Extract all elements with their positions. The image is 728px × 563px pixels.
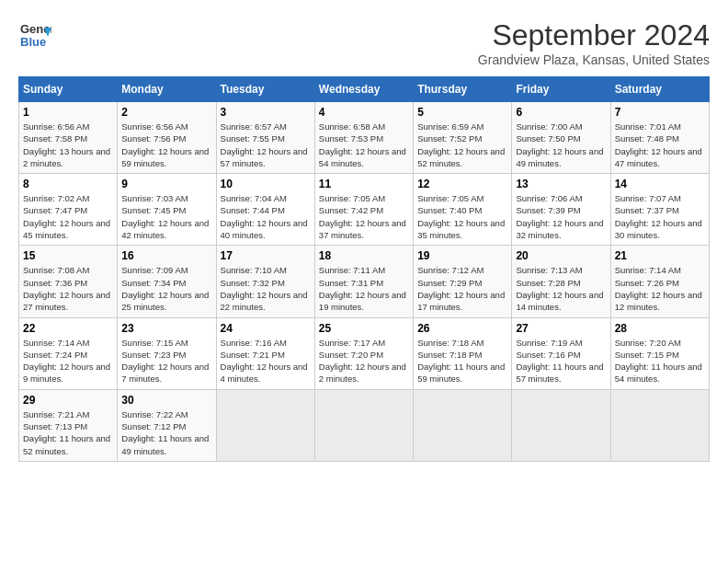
day-header-saturday: Saturday bbox=[610, 77, 709, 102]
day-number: 6 bbox=[516, 106, 606, 119]
calendar-day-cell: 20Sunrise: 7:13 AMSunset: 7:28 PMDayligh… bbox=[512, 246, 610, 317]
calendar-day-cell: 10Sunrise: 7:04 AMSunset: 7:44 PMDayligh… bbox=[216, 174, 314, 246]
calendar-day-cell: 23Sunrise: 7:15 AMSunset: 7:23 PMDayligh… bbox=[118, 317, 216, 389]
location-title: Grandview Plaza, Kansas, United States bbox=[478, 52, 710, 67]
calendar-day-cell: 13Sunrise: 7:06 AMSunset: 7:39 PMDayligh… bbox=[512, 174, 610, 246]
day-info: Sunrise: 7:12 AMSunset: 7:29 PMDaylight:… bbox=[417, 264, 507, 313]
calendar-day-cell: 15Sunrise: 7:08 AMSunset: 7:36 PMDayligh… bbox=[19, 246, 118, 317]
day-info: Sunrise: 7:18 AMSunset: 7:18 PMDaylight:… bbox=[417, 337, 507, 385]
day-info: Sunrise: 7:16 AMSunset: 7:21 PMDaylight:… bbox=[221, 337, 311, 385]
day-info: Sunrise: 7:05 AMSunset: 7:42 PMDaylight:… bbox=[319, 192, 409, 241]
day-number: 3 bbox=[221, 106, 311, 119]
day-info: Sunrise: 7:17 AMSunset: 7:20 PMDaylight:… bbox=[319, 337, 409, 385]
logo-icon: General Blue bbox=[18, 18, 51, 52]
day-info: Sunrise: 6:58 AMSunset: 7:53 PMDaylight:… bbox=[319, 121, 409, 169]
day-number: 15 bbox=[23, 249, 113, 262]
calendar-day-cell: 12Sunrise: 7:05 AMSunset: 7:40 PMDayligh… bbox=[414, 174, 512, 246]
calendar-day-cell: 21Sunrise: 7:14 AMSunset: 7:26 PMDayligh… bbox=[610, 246, 709, 317]
calendar-day-cell bbox=[512, 389, 610, 461]
day-number: 9 bbox=[121, 178, 211, 190]
day-number: 29 bbox=[23, 394, 113, 407]
day-number: 8 bbox=[23, 178, 113, 190]
day-number: 4 bbox=[319, 106, 409, 119]
day-info: Sunrise: 6:56 AMSunset: 7:56 PMDaylight:… bbox=[121, 121, 211, 169]
day-info: Sunrise: 7:21 AMSunset: 7:13 PMDaylight:… bbox=[23, 408, 113, 457]
day-info: Sunrise: 7:04 AMSunset: 7:44 PMDaylight:… bbox=[221, 192, 311, 241]
calendar-day-cell: 5Sunrise: 6:59 AMSunset: 7:52 PMDaylight… bbox=[414, 102, 512, 174]
calendar-day-cell: 25Sunrise: 7:17 AMSunset: 7:20 PMDayligh… bbox=[314, 317, 413, 389]
calendar-day-cell bbox=[414, 389, 512, 461]
calendar-day-cell: 8Sunrise: 7:02 AMSunset: 7:47 PMDaylight… bbox=[19, 174, 118, 246]
day-info: Sunrise: 7:14 AMSunset: 7:26 PMDaylight:… bbox=[615, 264, 705, 313]
svg-text:Blue: Blue bbox=[20, 35, 46, 49]
calendar-day-cell: 18Sunrise: 7:11 AMSunset: 7:31 PMDayligh… bbox=[314, 246, 413, 317]
day-info: Sunrise: 7:09 AMSunset: 7:34 PMDaylight:… bbox=[121, 264, 211, 313]
day-number: 17 bbox=[221, 249, 311, 262]
day-info: Sunrise: 7:00 AMSunset: 7:50 PMDaylight:… bbox=[516, 121, 606, 169]
day-info: Sunrise: 7:19 AMSunset: 7:16 PMDaylight:… bbox=[516, 337, 606, 385]
day-info: Sunrise: 7:01 AMSunset: 7:48 PMDaylight:… bbox=[615, 121, 705, 169]
day-number: 1 bbox=[23, 106, 113, 119]
calendar-day-cell: 11Sunrise: 7:05 AMSunset: 7:42 PMDayligh… bbox=[314, 174, 413, 246]
calendar-day-cell: 17Sunrise: 7:10 AMSunset: 7:32 PMDayligh… bbox=[216, 246, 314, 317]
day-info: Sunrise: 7:07 AMSunset: 7:37 PMDaylight:… bbox=[615, 192, 705, 241]
day-number: 19 bbox=[417, 249, 507, 262]
calendar-day-cell: 29Sunrise: 7:21 AMSunset: 7:13 PMDayligh… bbox=[19, 389, 118, 461]
day-number: 21 bbox=[615, 249, 705, 262]
calendar-header-row: SundayMondayTuesdayWednesdayThursdayFrid… bbox=[19, 77, 710, 102]
calendar-day-cell: 16Sunrise: 7:09 AMSunset: 7:34 PMDayligh… bbox=[118, 246, 216, 317]
day-number: 5 bbox=[417, 106, 507, 119]
header: General Blue September 2024 Grandview Pl… bbox=[18, 18, 710, 67]
calendar-day-cell: 7Sunrise: 7:01 AMSunset: 7:48 PMDaylight… bbox=[610, 102, 709, 174]
day-number: 14 bbox=[615, 178, 705, 190]
calendar-day-cell: 28Sunrise: 7:20 AMSunset: 7:15 PMDayligh… bbox=[610, 317, 709, 389]
calendar-day-cell bbox=[216, 389, 314, 461]
day-info: Sunrise: 7:10 AMSunset: 7:32 PMDaylight:… bbox=[221, 264, 311, 313]
day-info: Sunrise: 7:08 AMSunset: 7:36 PMDaylight:… bbox=[23, 264, 113, 313]
calendar-day-cell: 3Sunrise: 6:57 AMSunset: 7:55 PMDaylight… bbox=[216, 102, 314, 174]
day-info: Sunrise: 6:59 AMSunset: 7:52 PMDaylight:… bbox=[417, 121, 507, 169]
day-number: 28 bbox=[615, 322, 705, 335]
calendar-day-cell: 27Sunrise: 7:19 AMSunset: 7:16 PMDayligh… bbox=[512, 317, 610, 389]
calendar-week-row: 29Sunrise: 7:21 AMSunset: 7:13 PMDayligh… bbox=[19, 389, 710, 461]
day-number: 24 bbox=[221, 322, 311, 335]
day-number: 12 bbox=[417, 178, 507, 190]
day-number: 10 bbox=[221, 178, 311, 190]
day-info: Sunrise: 7:05 AMSunset: 7:40 PMDaylight:… bbox=[417, 192, 507, 241]
calendar-day-cell: 14Sunrise: 7:07 AMSunset: 7:37 PMDayligh… bbox=[610, 174, 709, 246]
day-number: 27 bbox=[516, 322, 606, 335]
calendar-week-row: 8Sunrise: 7:02 AMSunset: 7:47 PMDaylight… bbox=[19, 174, 710, 246]
day-info: Sunrise: 7:15 AMSunset: 7:23 PMDaylight:… bbox=[121, 337, 211, 385]
day-info: Sunrise: 7:20 AMSunset: 7:15 PMDaylight:… bbox=[615, 337, 705, 385]
day-header-wednesday: Wednesday bbox=[314, 77, 413, 102]
day-number: 25 bbox=[319, 322, 409, 335]
day-number: 2 bbox=[121, 106, 211, 119]
day-header-thursday: Thursday bbox=[414, 77, 512, 102]
logo: General Blue bbox=[18, 18, 51, 52]
calendar-day-cell bbox=[314, 389, 413, 461]
calendar-day-cell: 19Sunrise: 7:12 AMSunset: 7:29 PMDayligh… bbox=[414, 246, 512, 317]
day-number: 22 bbox=[23, 322, 113, 335]
calendar-day-cell: 30Sunrise: 7:22 AMSunset: 7:12 PMDayligh… bbox=[118, 389, 216, 461]
day-header-sunday: Sunday bbox=[19, 77, 118, 102]
calendar-day-cell bbox=[610, 389, 709, 461]
day-number: 30 bbox=[121, 394, 211, 407]
day-header-friday: Friday bbox=[512, 77, 610, 102]
calendar-week-row: 1Sunrise: 6:56 AMSunset: 7:58 PMDaylight… bbox=[19, 102, 710, 174]
calendar-day-cell: 26Sunrise: 7:18 AMSunset: 7:18 PMDayligh… bbox=[414, 317, 512, 389]
day-header-tuesday: Tuesday bbox=[216, 77, 314, 102]
day-number: 18 bbox=[319, 249, 409, 262]
day-number: 13 bbox=[516, 178, 606, 190]
calendar-day-cell: 1Sunrise: 6:56 AMSunset: 7:58 PMDaylight… bbox=[19, 102, 118, 174]
day-info: Sunrise: 7:22 AMSunset: 7:12 PMDaylight:… bbox=[121, 408, 211, 457]
calendar-day-cell: 9Sunrise: 7:03 AMSunset: 7:45 PMDaylight… bbox=[118, 174, 216, 246]
day-number: 16 bbox=[121, 249, 211, 262]
calendar-table: SundayMondayTuesdayWednesdayThursdayFrid… bbox=[18, 76, 710, 462]
calendar-day-cell: 24Sunrise: 7:16 AMSunset: 7:21 PMDayligh… bbox=[216, 317, 314, 389]
calendar-day-cell: 6Sunrise: 7:00 AMSunset: 7:50 PMDaylight… bbox=[512, 102, 610, 174]
day-info: Sunrise: 7:14 AMSunset: 7:24 PMDaylight:… bbox=[23, 337, 113, 385]
day-info: Sunrise: 6:57 AMSunset: 7:55 PMDaylight:… bbox=[221, 121, 311, 169]
day-number: 11 bbox=[319, 178, 409, 190]
day-info: Sunrise: 7:06 AMSunset: 7:39 PMDaylight:… bbox=[516, 192, 606, 241]
calendar-week-row: 15Sunrise: 7:08 AMSunset: 7:36 PMDayligh… bbox=[19, 246, 710, 317]
